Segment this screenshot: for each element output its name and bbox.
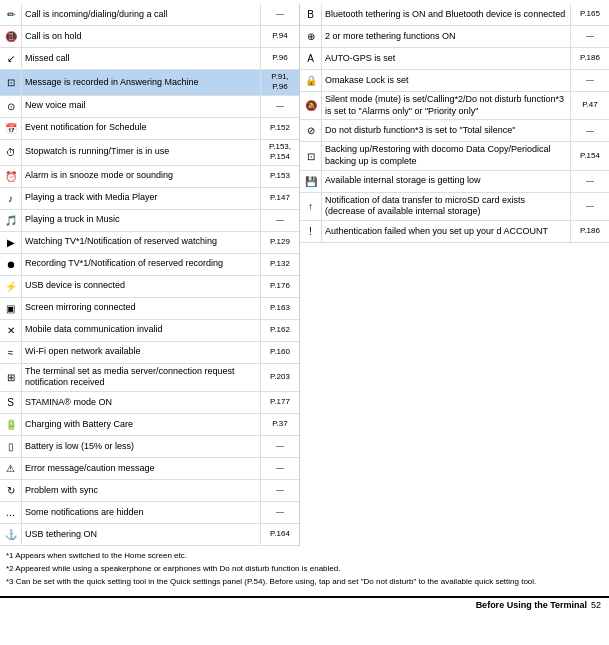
- table-row: ⊡Backing up/Restoring with docomo Data C…: [300, 142, 609, 170]
- table-row: 📵Call is on holdP.94: [0, 26, 299, 48]
- row-page-ref: P.154: [571, 142, 609, 169]
- row-description: Wi-Fi open network available: [22, 342, 261, 363]
- table-row: ⊙New voice mail—: [0, 96, 299, 118]
- table-row: ▶Watching TV*1/Notification of reserved …: [0, 232, 299, 254]
- icon-wifi: ≈: [0, 342, 22, 363]
- row-description: Problem with sync: [22, 480, 261, 501]
- row-description: New voice mail: [22, 96, 261, 117]
- icon-mobile-data: ✕: [0, 320, 22, 341]
- table-row: 🔕Silent mode (mute) is set/Calling*2/Do …: [300, 92, 609, 120]
- table-row: ⊕2 or more tethering functions ON—: [300, 26, 609, 48]
- icon-storage-low: 💾: [300, 171, 322, 192]
- row-description: Battery is low (15% or less): [22, 436, 261, 457]
- table-row: 💾Available internal storage is getting l…: [300, 171, 609, 193]
- icon-bluetooth: B: [300, 4, 322, 25]
- icon-battery-low: ▯: [0, 436, 22, 457]
- row-page-ref: P.176: [261, 276, 299, 297]
- row-page-ref: P.152: [261, 118, 299, 139]
- table-row: ⚡USB device is connectedP.176: [0, 276, 299, 298]
- row-description: Stopwatch is running/Timer is in use: [22, 140, 261, 165]
- table-row: 🔋Charging with Battery CareP.37: [0, 414, 299, 436]
- row-description: The terminal set as media server/connect…: [22, 364, 261, 391]
- table-row: 📅Event notification for ScheduleP.152: [0, 118, 299, 140]
- row-description: Error message/caution message: [22, 458, 261, 479]
- icon-alarm-snooze: ⏰: [0, 166, 22, 187]
- icon-tethering: ⊕: [300, 26, 322, 47]
- row-description: Message is recorded in Answering Machine: [22, 70, 261, 95]
- table-row: BBluetooth tethering is ON and Bluetooth…: [300, 4, 609, 26]
- icon-stamina: S: [0, 392, 22, 413]
- table-row: ↑Notification of data transfer to microS…: [300, 193, 609, 221]
- row-description: Do not disturb function*3 is set to "Tot…: [322, 120, 571, 141]
- table-row: ⊘Do not disturb function*3 is set to "To…: [300, 120, 609, 142]
- row-page-ref: P.153: [261, 166, 299, 187]
- row-page-ref: —: [571, 120, 609, 141]
- table-row: ▣Screen mirroring connectedP.163: [0, 298, 299, 320]
- footer-page: 52: [591, 600, 601, 610]
- row-description: STAMINA® mode ON: [22, 392, 261, 413]
- row-page-ref: P.147: [261, 188, 299, 209]
- row-description: AUTO-GPS is set: [322, 48, 571, 69]
- row-page-ref: P.132: [261, 254, 299, 275]
- table-row: ⏱Stopwatch is running/Timer is in useP.1…: [0, 140, 299, 166]
- row-page-ref: P.153, P.154: [261, 140, 299, 165]
- icon-screen-mirror: ▣: [0, 298, 22, 319]
- table-row: ≈Wi-Fi open network availableP.160: [0, 342, 299, 364]
- table-row: ↻Problem with sync—: [0, 480, 299, 502]
- right-column: BBluetooth tethering is ON and Bluetooth…: [300, 4, 609, 546]
- row-description: Playing a truck in Music: [22, 210, 261, 231]
- icon-error: ⚠: [0, 458, 22, 479]
- icon-battery-care: 🔋: [0, 414, 22, 435]
- row-page-ref: P.186: [571, 48, 609, 69]
- row-description: Call is incoming/dialing/during a call: [22, 4, 261, 25]
- row-description: 2 or more tethering functions ON: [322, 26, 571, 47]
- row-description: Playing a track with Media Player: [22, 188, 261, 209]
- icon-sync: ↻: [0, 480, 22, 501]
- row-page-ref: —: [261, 502, 299, 523]
- page-container: ✏Call is incoming/dialing/during a call—…: [0, 0, 609, 620]
- row-page-ref: P.165: [571, 4, 609, 25]
- icon-omakase: 🔒: [300, 70, 322, 91]
- row-page-ref: P.96: [261, 48, 299, 69]
- row-description: Some notifications are hidden: [22, 502, 261, 523]
- icon-usb-tether: ⚓: [0, 524, 22, 545]
- row-page-ref: —: [571, 171, 609, 192]
- row-description: Alarm is in snooze mode or sounding: [22, 166, 261, 187]
- row-page-ref: P.164: [261, 524, 299, 545]
- table-row: AAUTO-GPS is setP.186: [300, 48, 609, 70]
- row-page-ref: P.94: [261, 26, 299, 47]
- row-description: Call is on hold: [22, 26, 261, 47]
- row-page-ref: P.163: [261, 298, 299, 319]
- icon-ans-machine: ⊡: [0, 70, 22, 95]
- row-page-ref: P.177: [261, 392, 299, 413]
- table-row: ⚓USB tethering ONP.164: [0, 524, 299, 546]
- row-page-ref: —: [261, 96, 299, 117]
- row-description: Missed call: [22, 48, 261, 69]
- row-page-ref: —: [571, 26, 609, 47]
- row-description: Authentication failed when you set up yo…: [322, 221, 571, 242]
- icon-tv: ▶: [0, 232, 22, 253]
- row-page-ref: —: [261, 436, 299, 457]
- icon-missed: ↙: [0, 48, 22, 69]
- row-page-ref: P.47: [571, 92, 609, 119]
- icon-pencil-slash: ✏: [0, 4, 22, 25]
- row-description: Bluetooth tethering is ON and Bluetooth …: [322, 4, 571, 25]
- row-description: Mobile data communication invalid: [22, 320, 261, 341]
- row-description: Event notification for Schedule: [22, 118, 261, 139]
- row-page-ref: —: [571, 70, 609, 91]
- row-page-ref: P.186: [571, 221, 609, 242]
- footnote: *1 Appears when switched to the Home scr…: [6, 550, 603, 561]
- icon-music: ♪: [0, 188, 22, 209]
- row-description: Backing up/Restoring with docomo Data Co…: [322, 142, 571, 169]
- table-row: …Some notifications are hidden—: [0, 502, 299, 524]
- icon-sd-transfer: ↑: [300, 193, 322, 220]
- icon-usb: ⚡: [0, 276, 22, 297]
- table-row: ♪Playing a track with Media PlayerP.147: [0, 188, 299, 210]
- icon-silent: 🔕: [300, 92, 322, 119]
- footer-label: Before Using the Terminal: [476, 600, 587, 610]
- table-row: ⊞The terminal set as media server/connec…: [0, 364, 299, 392]
- table-row: ▯Battery is low (15% or less)—: [0, 436, 299, 458]
- table-row: ↙Missed callP.96: [0, 48, 299, 70]
- icon-truck: 🎵: [0, 210, 22, 231]
- row-description: Silent mode (mute) is set/Calling*2/Do n…: [322, 92, 571, 119]
